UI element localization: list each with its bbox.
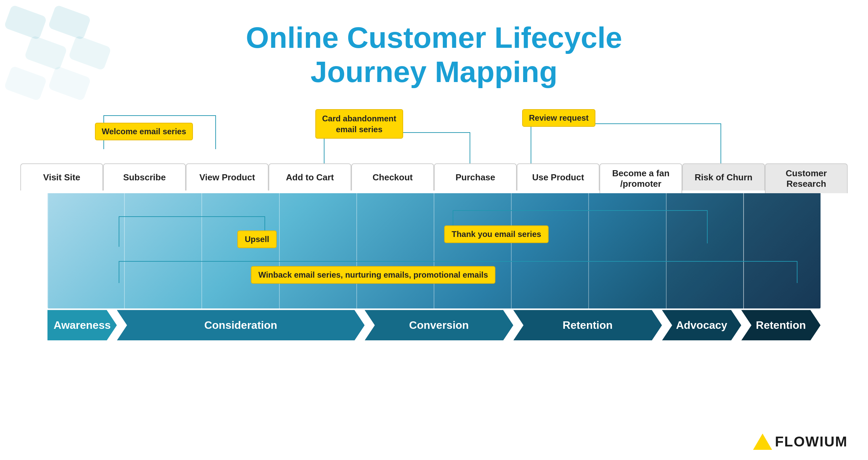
bottom-stage-retention2: Retention xyxy=(741,310,821,340)
logo-text: FLOWIUM xyxy=(775,434,848,450)
stage-tab-become-fan: Become a fan /promoter xyxy=(599,163,682,193)
wave-area: Upsell Thank you email series Winback em… xyxy=(47,193,821,308)
winback-line-vl xyxy=(119,261,119,283)
welcome-email-line-h xyxy=(103,115,215,116)
wave-div-10 xyxy=(744,193,821,308)
stage-tab-checkout: Checkout xyxy=(351,163,434,191)
bottom-stage-awareness: Awareness xyxy=(47,310,117,340)
bottom-stage-consideration: Consideration xyxy=(117,310,365,340)
stages-row: Visit Site Subscribe View Product Add to… xyxy=(20,163,848,193)
bottom-stage-conversion: Conversion xyxy=(364,310,513,340)
stage-purchase: Purchase xyxy=(434,163,517,193)
winback-line-vr xyxy=(797,261,797,283)
bottom-stages: Awareness Consideration Conversion Reten… xyxy=(47,310,821,340)
wave-div-3 xyxy=(202,193,279,308)
card-abandonment-annotation: Card abandonment email series xyxy=(315,109,403,138)
stage-add-to-cart: Add to Cart xyxy=(269,163,351,193)
wave-div-2 xyxy=(125,193,202,308)
thankyou-line-vr xyxy=(707,210,708,243)
wave-div-1 xyxy=(47,193,125,308)
review-ann-line-vl xyxy=(531,123,531,163)
stage-tab-purchase: Purchase xyxy=(434,163,517,191)
stage-tab-risk-of-churn: Risk of Churn xyxy=(682,163,765,191)
stage-become-fan: Become a fan /promoter xyxy=(599,163,682,193)
stage-visit-site: Visit Site xyxy=(20,163,103,193)
stage-tab-customer-research: Customer Research xyxy=(765,163,848,193)
stage-tab-add-to-cart: Add to Cart xyxy=(269,163,351,191)
stage-tab-subscribe: Subscribe xyxy=(103,163,186,191)
upsell-line-vl xyxy=(119,216,119,247)
bottom-stage-advocacy: Advocacy xyxy=(662,310,741,340)
card-ann-line-vr xyxy=(470,132,470,163)
stage-checkout: Checkout xyxy=(351,163,434,193)
stage-customer-research: Customer Research xyxy=(765,163,848,193)
stage-tab-view-product: View Product xyxy=(186,163,269,191)
review-ann-line-vr xyxy=(721,123,721,163)
divider-1 xyxy=(47,193,48,308)
thankyou-line-h xyxy=(453,210,707,211)
page-title: Online Customer Lifecycle Journey Mappin… xyxy=(0,20,868,89)
upsell-line-h xyxy=(119,216,264,217)
stage-subscribe: Subscribe xyxy=(103,163,186,193)
welcome-email-annotation: Welcome email series xyxy=(95,123,193,140)
welcome-email-line-vr xyxy=(215,115,216,149)
bottom-stage-retention1: Retention xyxy=(513,310,662,340)
review-request-annotation: Review request xyxy=(522,109,595,127)
wave-div-4 xyxy=(280,193,357,308)
stage-use-product: Use Product xyxy=(517,163,599,193)
logo-icon xyxy=(753,434,772,450)
stage-risk-of-churn: Risk of Churn xyxy=(682,163,765,193)
stage-view-product: View Product xyxy=(186,163,269,193)
upsell-annotation: Upsell xyxy=(237,231,277,248)
title-section: Online Customer Lifecycle Journey Mappin… xyxy=(0,0,868,102)
wave-div-5 xyxy=(357,193,434,308)
stage-tab-visit-site: Visit Site xyxy=(20,163,103,191)
thank-you-annotation: Thank you email series xyxy=(444,225,549,243)
winback-annotation: Winback email series, nurturing emails, … xyxy=(251,266,495,284)
stage-tab-use-product: Use Product xyxy=(517,163,599,191)
logo: FLOWIUM xyxy=(753,434,848,450)
winback-line-h xyxy=(119,261,797,262)
